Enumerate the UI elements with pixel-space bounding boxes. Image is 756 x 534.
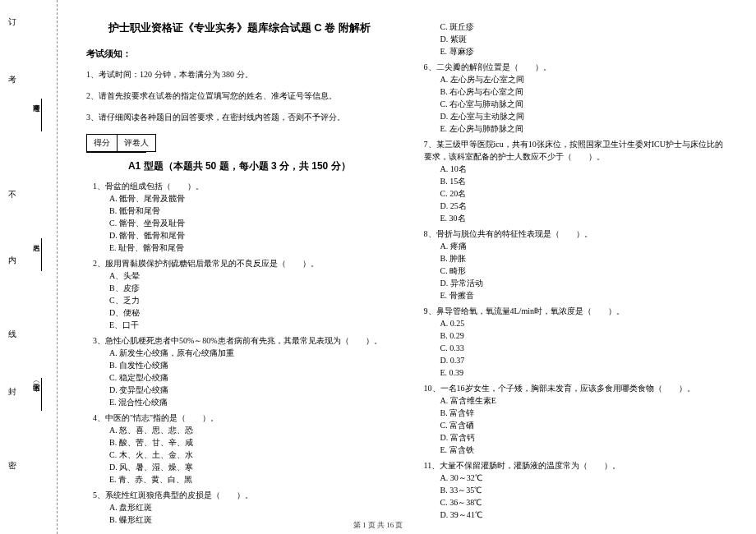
question-option: C. 畸形 bbox=[417, 265, 724, 277]
grader-cell[interactable] bbox=[112, 151, 146, 153]
question-stem: 4、中医的"情志"指的是（ ）。 bbox=[86, 412, 393, 424]
question-option: D. 0.37 bbox=[417, 354, 724, 366]
question-option: D. 变异型心绞痛 bbox=[86, 384, 393, 396]
question-option: C. 0.33 bbox=[417, 342, 724, 354]
section-title: A1 型题（本题共 50 题，每小题 3 分，共 150 分） bbox=[86, 159, 393, 173]
question-option: A. 左心房与左心室之间 bbox=[417, 73, 724, 85]
question: 3、急性心肌梗死患者中50%～80%患者病前有先兆，其最常见表现为（ ）。A. … bbox=[86, 334, 393, 408]
question-option: B. 富含锌 bbox=[417, 407, 724, 419]
question-option: B. 15名 bbox=[417, 175, 724, 187]
question-option: E. 左心房与肺静脉之间 bbox=[417, 122, 724, 135]
question-stem: 7、某三级甲等医院icu，共有10张床位，按照国家卫生计生委对ICU护士与床位比… bbox=[417, 138, 724, 163]
question-stem: 9、鼻导管给氧，氧流量4L/min时，氧浓度是（ ）。 bbox=[417, 305, 724, 317]
question-option: C. 稳定型心绞痛 bbox=[86, 371, 393, 384]
question-option: E. 青、赤、黄、白、黑 bbox=[86, 473, 393, 486]
question-stem: 3、急性心肌梗死患者中50%～80%患者病前有先兆，其最常见表现为（ ）。 bbox=[86, 334, 393, 347]
notice-item: 3、请仔细阅读各种题目的回答要求，在密封线内答题，否则不予评分。 bbox=[86, 111, 393, 124]
question: C. 斑丘疹D. 紫斑E. 荨麻疹 bbox=[417, 21, 724, 58]
score-header: 得分 bbox=[86, 134, 118, 152]
question-option: A. 盘形红斑 bbox=[86, 501, 393, 513]
binding-marker: 不 bbox=[8, 189, 16, 200]
question-option: A. 疼痛 bbox=[417, 240, 724, 252]
question-option: C. 右心室与肺动脉之间 bbox=[417, 98, 724, 110]
question-option: E. 骨擦音 bbox=[417, 289, 724, 302]
question-option: A. 骶骨、尾骨及髋骨 bbox=[86, 192, 393, 205]
question-option: B. 肿胀 bbox=[417, 252, 724, 265]
question-option: A. 怒、喜、思、悲、恐 bbox=[86, 424, 393, 436]
notice-item: 2、请首先按要求在试卷的指定位置填写您的姓名、准考证号等信息。 bbox=[86, 90, 393, 103]
grader-header: 评卷人 bbox=[117, 134, 156, 152]
question-stem: 6、二尖瓣的解剖位置是（ ）。 bbox=[417, 61, 724, 73]
binding-marker: 封 bbox=[8, 386, 16, 398]
question: 9、鼻导管给氧，氧流量4L/min时，氧浓度是（ ）。A. 0.25B. 0.2… bbox=[417, 305, 724, 379]
question-stem: 2、服用胃黏膜保护剂硫糖铝后最常见的不良反应是（ ）。 bbox=[86, 257, 393, 269]
question-option: C. 髂骨、坐骨及耻骨 bbox=[86, 217, 393, 229]
binding-marker: 密 bbox=[8, 460, 16, 472]
question-option: E. 富含铁 bbox=[417, 444, 724, 456]
score-cell[interactable] bbox=[86, 151, 113, 153]
question-option: D. 髂骨、骶骨和尾骨 bbox=[86, 229, 393, 242]
question-option: A. 30～32℃ bbox=[417, 472, 724, 484]
question-option: A. 0.25 bbox=[417, 317, 724, 329]
questions-right: C. 斑丘疹D. 紫斑E. 荨麻疹6、二尖瓣的解剖位置是（ ）。A. 左心房与左… bbox=[417, 21, 724, 521]
binding-underline bbox=[41, 378, 42, 411]
binding-underline bbox=[41, 99, 42, 131]
question-option: E. 0.39 bbox=[417, 366, 724, 379]
exam-title: 护士职业资格证《专业实务》题库综合试题 C 卷 附解析 bbox=[86, 21, 393, 35]
notice-header: 考试须知： bbox=[86, 48, 393, 60]
question-stem: 5、系统性红斑狼疮典型的皮损是（ ）。 bbox=[86, 489, 393, 501]
binding-margin: 订 考 准考证号 不 内 姓名 线 封 省（市区） 密 bbox=[0, 0, 58, 534]
question-option: B. 33～35℃ bbox=[417, 484, 724, 496]
question-option: B. 酸、苦、甘、辛、咸 bbox=[86, 436, 393, 449]
question: 1、骨盆的组成包括（ ）。A. 骶骨、尾骨及髋骨B. 骶骨和尾骨C. 髂骨、坐骨… bbox=[86, 180, 393, 254]
question-option: D. 富含钙 bbox=[417, 431, 724, 444]
question-option: C. 20名 bbox=[417, 187, 724, 200]
questions-left: 1、骨盆的组成包括（ ）。A. 骶骨、尾骨及髋骨B. 骶骨和尾骨C. 髂骨、坐骨… bbox=[86, 180, 393, 526]
question-option: C. 斑丘疹 bbox=[417, 21, 724, 33]
question-option: D. 39～41℃ bbox=[417, 509, 724, 521]
question-option: A. 新发生心绞痛，原有心绞痛加重 bbox=[86, 347, 393, 359]
question-option: E. 30名 bbox=[417, 212, 724, 224]
binding-marker: 线 bbox=[8, 329, 16, 340]
binding-marker: 订 bbox=[8, 16, 16, 28]
binding-marker: 内 bbox=[8, 255, 16, 266]
exam-page: 订 考 准考证号 不 内 姓名 线 封 省（市区） 密 护士职业资格证《专业实务… bbox=[0, 0, 756, 534]
question: 7、某三级甲等医院icu，共有10张床位，按照国家卫生计生委对ICU护士与床位比… bbox=[417, 138, 724, 224]
question-stem: 11、大量不保留灌肠时，灌肠液的温度常为（ ）。 bbox=[417, 459, 724, 472]
question: 2、服用胃黏膜保护剂硫糖铝后最常见的不良反应是（ ）。A、头晕B、皮疹C、乏力D… bbox=[86, 257, 393, 331]
question: 4、中医的"情志"指的是（ ）。A. 怒、喜、思、悲、恐B. 酸、苦、甘、辛、咸… bbox=[86, 412, 393, 486]
question-option: D. 风、暑、湿、燥、寒 bbox=[86, 461, 393, 473]
question-option: B. 右心房与右心室之间 bbox=[417, 85, 724, 98]
question-option: C、乏力 bbox=[86, 294, 393, 306]
question-stem: 1、骨盆的组成包括（ ）。 bbox=[86, 180, 393, 192]
score-table: 得分 评卷人 bbox=[86, 134, 393, 152]
question-option: C. 富含硒 bbox=[417, 419, 724, 431]
question-option: B. 骶骨和尾骨 bbox=[86, 205, 393, 217]
page-footer: 第 1 页 共 16 页 bbox=[0, 520, 756, 531]
question-stem: 8、骨折与脱位共有的特征性表现是（ ）。 bbox=[417, 228, 724, 240]
question-option: A. 富含维生素E bbox=[417, 394, 724, 407]
question-option: E. 荨麻疹 bbox=[417, 45, 724, 58]
question-option: D. 紫斑 bbox=[417, 33, 724, 45]
question-option: D、便秘 bbox=[86, 306, 393, 319]
question-option: D. 25名 bbox=[417, 200, 724, 212]
right-column: C. 斑丘疹D. 紫斑E. 荨麻疹6、二尖瓣的解剖位置是（ ）。A. 左心房与左… bbox=[405, 21, 736, 518]
binding-underline bbox=[41, 238, 42, 271]
question-option: E. 混合性心绞痛 bbox=[86, 396, 393, 408]
question-option: B. 自发性心绞痛 bbox=[86, 359, 393, 371]
question: 8、骨折与脱位共有的特征性表现是（ ）。A. 疼痛B. 肿胀C. 畸形D. 异常… bbox=[417, 228, 724, 302]
question-option: D. 左心室与主动脉之间 bbox=[417, 110, 724, 122]
score-table-row bbox=[86, 151, 393, 153]
question: 11、大量不保留灌肠时，灌肠液的温度常为（ ）。A. 30～32℃B. 33～3… bbox=[417, 459, 724, 521]
question-option: E. 耻骨、髂骨和尾骨 bbox=[86, 242, 393, 254]
binding-marker: 考 bbox=[8, 74, 16, 85]
question-option: A. 10名 bbox=[417, 163, 724, 175]
question-option: B. 0.29 bbox=[417, 329, 724, 342]
question-option: B、皮疹 bbox=[86, 282, 393, 294]
notice-item: 1、考试时间：120 分钟，本卷满分为 380 分。 bbox=[86, 68, 393, 81]
question-option: C. 木、火、土、金、水 bbox=[86, 449, 393, 461]
question: 10、一名16岁女生，个子矮，胸部未发育，应该多食用哪类食物（ ）。A. 富含维… bbox=[417, 382, 724, 456]
question: 6、二尖瓣的解剖位置是（ ）。A. 左心房与左心室之间B. 右心房与右心室之间C… bbox=[417, 61, 724, 135]
question-option: E、口干 bbox=[86, 319, 393, 331]
question-option: A、头晕 bbox=[86, 269, 393, 282]
